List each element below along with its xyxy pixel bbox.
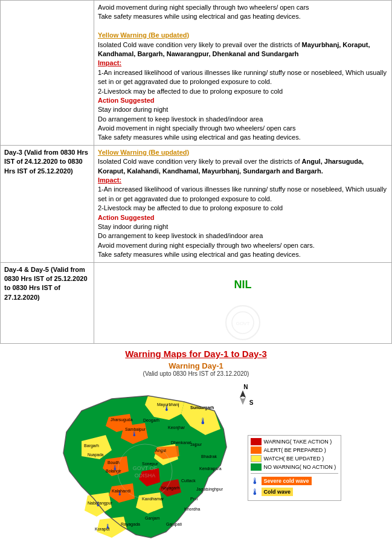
impact-point-2-1: 2-Livestock may be affected to due to pr… bbox=[98, 204, 388, 213]
top-line-1: Avoid movement during night specially th… bbox=[98, 3, 388, 12]
svg-text:Jharsuguda: Jharsuguda bbox=[111, 418, 133, 422]
svg-text:GOVT: GOVT bbox=[236, 321, 250, 326]
svg-text:ODISHA: ODISHA bbox=[134, 472, 155, 479]
impact-label-2: Impact: bbox=[98, 176, 388, 185]
page-container: Avoid movement during night specially th… bbox=[0, 0, 392, 545]
svg-text:Dhenkanal: Dhenkanal bbox=[171, 440, 191, 445]
content-cell-3: NIL GOVT bbox=[94, 262, 392, 343]
legend-label-no-warning: NO WARNING( NO ACTION ) bbox=[264, 464, 336, 470]
legend-item-no-warning: NO WARNING( NO ACTION ) bbox=[251, 463, 338, 471]
svg-text:Jagatsinghpur: Jagatsinghpur bbox=[196, 487, 223, 492]
legend-item-alert: ALERT( BE PREPARED ) bbox=[251, 447, 338, 454]
legend-box: WARNING( TAKE ACTION ) ALERT( BE PREPARE… bbox=[248, 435, 341, 501]
svg-text:Nabarangpur: Nabarangpur bbox=[88, 501, 113, 506]
legend-color-watch bbox=[251, 455, 262, 462]
action-label-1: Action Suggested bbox=[98, 96, 388, 105]
svg-text:Gajapati: Gajapati bbox=[166, 522, 182, 527]
cold-wave-icon: 🌡 bbox=[251, 487, 259, 497]
action-point-1-3: Take safety measures while using electri… bbox=[98, 133, 388, 142]
svg-text:Nayagarh: Nayagarh bbox=[161, 486, 179, 491]
svg-text:🌡: 🌡 bbox=[199, 416, 207, 426]
table-row-2: Day-3 (Valid from 0830 Hrs IST of 24.12.… bbox=[1, 145, 392, 262]
day-cell-2: Day-3 (Valid from 0830 Hrs IST of 24.12.… bbox=[1, 145, 94, 262]
warning-table: Avoid movement during night specially th… bbox=[0, 0, 392, 344]
legend-item-watch: WATCH( BE UPDATED ) bbox=[251, 455, 338, 462]
svg-marker-4 bbox=[240, 398, 246, 405]
svg-text:Cuttack: Cuttack bbox=[181, 479, 196, 483]
legend-label-alert: ALERT( BE PREPARED ) bbox=[264, 447, 326, 453]
svg-text:Nuapada: Nuapada bbox=[88, 453, 104, 457]
warning-body-2: Isolated Cold wave condition very likely… bbox=[98, 157, 388, 176]
svg-text:Jajpur: Jajpur bbox=[190, 442, 202, 447]
severe-cold-label: Severe cold wave bbox=[262, 477, 312, 485]
svg-text:Bolangir: Bolangir bbox=[106, 469, 121, 474]
svg-text:Keonjhar: Keonjhar bbox=[168, 425, 185, 430]
odisha-map-svg: 🌡 🌡 🌡 🌡 🌡 🌡 🌡 Sundargarh Mayurbhanj Jhar… bbox=[51, 393, 239, 545]
top-line-2: Take safety measures while using electri… bbox=[98, 12, 388, 21]
impact-point-2-0: 1-An increased likelihood of various ill… bbox=[98, 185, 388, 204]
yellow-warning-title-1: Yellow Warning (Be updated) bbox=[98, 31, 388, 40]
action-point-2-2: Avoid movement during night especially t… bbox=[98, 241, 388, 250]
content-cell-1: Avoid movement during night specially th… bbox=[94, 1, 392, 146]
day-cell-3: Day-4 & Day-5 (Valid from 0830 Hrs IST o… bbox=[1, 262, 94, 343]
warning-body-1: Isolated Cold wave condition very likely… bbox=[98, 40, 388, 59]
legend-divider bbox=[251, 473, 338, 474]
legend-item-warning: WARNING( TAKE ACTION ) bbox=[251, 438, 338, 445]
svg-text:Mayurbhanj: Mayurbhanj bbox=[157, 402, 179, 407]
yellow-warning-title-2: Yellow Warning (Be updated) bbox=[98, 148, 388, 157]
table-row-3: Day-4 & Day-5 (Valid from 0830 Hrs IST o… bbox=[1, 262, 392, 343]
action-point-1-0: Stay indoor during night bbox=[98, 105, 388, 114]
action-point-1-2: Avoid movement in night specially throug… bbox=[98, 124, 388, 133]
svg-text:Ganjam: Ganjam bbox=[145, 516, 160, 521]
map-section: Warning Maps for Day-1 to Day-3 Warning … bbox=[0, 344, 392, 545]
svg-text:Deogarh: Deogarh bbox=[143, 418, 159, 423]
action-point-2-1: Do arrangement to keep livestock in shad… bbox=[98, 231, 388, 240]
legend-color-no-warning bbox=[251, 463, 262, 471]
map-valid-text: (Valid upto 0830 Hrs IST of 23.12.2020) bbox=[0, 370, 392, 377]
legend-color-alert bbox=[251, 447, 262, 454]
legend-severe-cold: 🌡 Severe cold wave bbox=[251, 476, 338, 486]
action-label-2: Action Suggested bbox=[98, 213, 388, 222]
legend-color-warning bbox=[251, 438, 262, 445]
action-point-2-3: Take safety measures while using electri… bbox=[98, 250, 388, 259]
cold-wave-label: Cold wave bbox=[262, 488, 294, 496]
impact-label-1: Impact: bbox=[98, 59, 388, 68]
svg-text:Boudh: Boudh bbox=[108, 460, 120, 465]
table-row-1: Avoid movement during night specially th… bbox=[1, 1, 392, 146]
impact-point-1-0: 1-An increased likelihood of various ill… bbox=[98, 68, 388, 87]
svg-text:Sambalpur: Sambalpur bbox=[125, 427, 146, 432]
svg-text:Bargarh: Bargarh bbox=[84, 443, 99, 448]
legend-cold-wave: 🌡 Cold wave bbox=[251, 487, 338, 497]
map-area: N S bbox=[51, 381, 341, 545]
svg-text:Koraput: Koraput bbox=[95, 527, 110, 532]
map-main-title: Warning Maps for Day-1 to Day-3 bbox=[0, 349, 392, 359]
svg-marker-3 bbox=[240, 390, 246, 398]
legend-label-warning: WARNING( TAKE ACTION ) bbox=[264, 439, 332, 445]
map-warning-day-title: Warning Day-1 bbox=[0, 361, 392, 370]
north-arrow: N S bbox=[238, 384, 253, 406]
watermark-icon: GOVT bbox=[213, 305, 273, 341]
action-point-1-1: Do arrangement to keep livestock in shad… bbox=[98, 115, 388, 124]
content-cell-2: Yellow Warning (Be updated) Isolated Col… bbox=[94, 145, 392, 262]
svg-text:GOVT OF: GOVT OF bbox=[132, 465, 157, 471]
day-cell-1 bbox=[1, 1, 94, 146]
svg-text:Rayagada: Rayagada bbox=[121, 522, 140, 527]
svg-text:Bhadrak: Bhadrak bbox=[201, 454, 217, 459]
action-point-2-0: Stay indoor during night bbox=[98, 222, 388, 231]
severe-cold-icon: 🌡 bbox=[251, 476, 259, 486]
impact-point-1-1: 2-Livestock may be affected to due to pr… bbox=[98, 87, 388, 96]
nil-text: NIL bbox=[98, 265, 388, 305]
legend-label-watch: WATCH( BE UPDATED ) bbox=[264, 456, 324, 462]
